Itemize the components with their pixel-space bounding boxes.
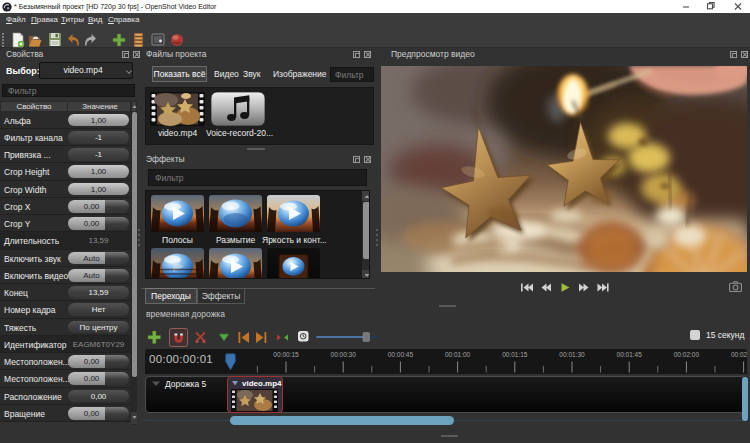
svg-text:00:01:30: 00:01:30 bbox=[559, 351, 585, 358]
svg-text:00:01:15: 00:01:15 bbox=[502, 351, 528, 358]
svg-text:00:01:45: 00:01:45 bbox=[617, 351, 643, 358]
svg-text:00:00:45: 00:00:45 bbox=[388, 351, 414, 358]
svg-text:00:02:15: 00:02:15 bbox=[731, 351, 747, 358]
svg-text:00:02:00: 00:02:00 bbox=[674, 351, 700, 358]
svg-text:00:01:00: 00:01:00 bbox=[445, 351, 471, 358]
svg-text:00:00:30: 00:00:30 bbox=[331, 351, 357, 358]
svg-text:00:00:15: 00:00:15 bbox=[273, 351, 299, 358]
